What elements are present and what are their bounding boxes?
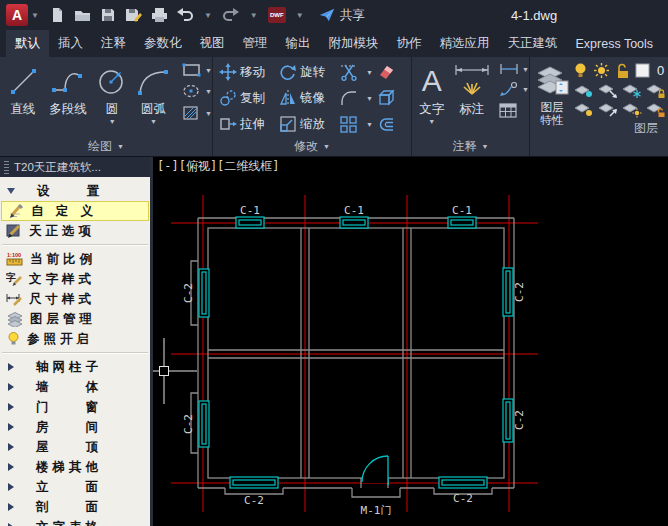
layer-thaw-all-icon[interactable] bbox=[621, 102, 643, 118]
hatch-dropdown-icon[interactable]: ▼ bbox=[205, 110, 212, 117]
mirror-button[interactable]: 镜像 bbox=[300, 90, 337, 107]
tab-tianzheng[interactable]: 天正建筑 bbox=[499, 30, 567, 57]
line-button[interactable]: 直线 bbox=[4, 57, 42, 137]
scale-button[interactable]: 缩放 bbox=[300, 116, 337, 133]
table-button[interactable] bbox=[498, 102, 529, 119]
layer-on-bulb-icon[interactable] bbox=[573, 62, 588, 79]
undo-icon[interactable] bbox=[176, 6, 194, 24]
leader-button[interactable]: ▼ bbox=[498, 81, 529, 97]
redo-caret-icon[interactable]: ▼ bbox=[250, 11, 258, 20]
plot-printer-icon[interactable] bbox=[150, 6, 169, 24]
tab-express-tools[interactable]: Express Tools bbox=[567, 30, 663, 57]
tab-collaborate[interactable]: 协作 bbox=[388, 30, 431, 57]
palette-item-custom[interactable]: 自定义 bbox=[1, 201, 149, 221]
move-icon[interactable] bbox=[219, 63, 237, 81]
tab-manage[interactable]: 管理 bbox=[234, 30, 277, 57]
explode-icon[interactable] bbox=[377, 89, 396, 107]
ellipse-button[interactable]: ▼ bbox=[181, 83, 212, 99]
redo-icon[interactable] bbox=[222, 6, 240, 24]
ellipse-dropdown-icon[interactable]: ▼ bbox=[205, 88, 212, 95]
trim-dropdown-icon[interactable]: ▼ bbox=[366, 69, 375, 76]
polyline-button[interactable]: 多段线 bbox=[44, 57, 93, 137]
palette-section-section[interactable]: 剖面 bbox=[0, 497, 150, 517]
rotate-button[interactable]: 旋转 bbox=[300, 64, 337, 81]
drawing-canvas[interactable]: [-][俯视][二维线框] bbox=[150, 157, 668, 526]
layer-panel-label[interactable]: 图层 bbox=[573, 119, 668, 138]
array-icon[interactable] bbox=[339, 115, 359, 133]
palette-grip-icon[interactable] bbox=[4, 161, 9, 174]
layer-isolate-icon[interactable] bbox=[573, 83, 595, 99]
viewport-controls[interactable]: [-][俯视][二维线框] bbox=[157, 158, 280, 175]
tab-insert[interactable]: 插入 bbox=[49, 30, 92, 57]
arc-dropdown-icon[interactable]: ▼ bbox=[150, 118, 157, 126]
palette-title-bar[interactable]: T20天正建筑软... bbox=[0, 157, 150, 177]
fillet-icon[interactable] bbox=[339, 89, 359, 107]
palette-section-text-table[interactable]: 文字表格 bbox=[0, 517, 150, 526]
text-dropdown-icon[interactable]: ▼ bbox=[428, 118, 435, 126]
layer-match-icon[interactable] bbox=[597, 83, 619, 99]
palette-section-roof[interactable]: 屋顶 bbox=[0, 437, 150, 457]
text-button[interactable]: A 文字 ▼ bbox=[416, 57, 447, 137]
tab-featured-apps[interactable]: 精选应用 bbox=[431, 30, 499, 57]
layer-change-icon[interactable] bbox=[597, 102, 619, 118]
tab-output[interactable]: 输出 bbox=[277, 30, 320, 57]
layer-thaw-sun-icon[interactable] bbox=[593, 62, 610, 79]
modify-panel-label[interactable]: 修改▼ bbox=[213, 137, 411, 156]
stretch-button[interactable]: 拉伸 bbox=[240, 116, 277, 133]
open-folder-icon[interactable] bbox=[73, 6, 92, 24]
tab-parametric[interactable]: 参数化 bbox=[135, 30, 191, 57]
palette-section-elevation[interactable]: 立面 bbox=[0, 477, 150, 497]
dwf-caret-icon[interactable]: ▼ bbox=[296, 11, 304, 20]
fillet-dropdown-icon[interactable]: ▼ bbox=[366, 95, 375, 102]
annotate-panel-label[interactable]: 注释▼ bbox=[412, 137, 529, 156]
circle-button[interactable]: 圆 ▼ bbox=[94, 57, 130, 137]
tab-addins[interactable]: 附加模块 bbox=[320, 30, 388, 57]
erase-icon[interactable] bbox=[377, 63, 396, 81]
save-icon[interactable] bbox=[99, 6, 117, 24]
offset-icon[interactable] bbox=[377, 115, 396, 133]
copy-button[interactable]: 复制 bbox=[240, 90, 277, 107]
layer-lock-icon[interactable] bbox=[645, 83, 667, 99]
layer-freeze-icon[interactable] bbox=[621, 83, 643, 99]
hatch-button[interactable]: ▼ bbox=[181, 104, 212, 122]
layer-on-off-icon[interactable] bbox=[573, 102, 595, 118]
palette-item-current-scale[interactable]: 1:100 当前比例 bbox=[0, 249, 150, 269]
tab-view[interactable]: 视图 bbox=[191, 30, 234, 57]
mirror-icon[interactable] bbox=[279, 89, 297, 107]
floor-plan-svg[interactable]: C-1 C-1 C-1 C-2 C-2 C-2 C-2 C-2 C-2 M-1门 bbox=[153, 157, 668, 526]
move-button[interactable]: 移动 bbox=[240, 64, 277, 81]
palette-item-layer-manage[interactable]: 图层管理 bbox=[0, 309, 150, 329]
save-as-icon[interactable] bbox=[124, 6, 143, 24]
palette-item-tianzheng-options[interactable]: 天正选项 bbox=[0, 221, 150, 241]
current-layer-name[interactable]: 0 bbox=[657, 63, 664, 78]
rectangle-button[interactable]: ▼ bbox=[181, 62, 212, 78]
layer-color-swatch[interactable] bbox=[635, 63, 650, 78]
arc-button[interactable]: 圆弧 ▼ bbox=[132, 57, 175, 137]
palette-section-door-window[interactable]: 门窗 bbox=[0, 397, 150, 417]
rotate-icon[interactable] bbox=[279, 63, 297, 81]
palette-item-text-style[interactable]: 字 文字样式 bbox=[0, 269, 150, 289]
app-menu-caret-icon[interactable]: ▼ bbox=[31, 11, 39, 20]
leader-dropdown-icon[interactable]: ▼ bbox=[522, 86, 529, 93]
copy-icon[interactable] bbox=[219, 89, 237, 107]
trim-scissors-icon[interactable] bbox=[339, 63, 359, 81]
linear-dimension-button[interactable]: ▼ bbox=[498, 62, 529, 76]
tab-annotate[interactable]: 注释 bbox=[92, 30, 135, 57]
palette-section-settings[interactable]: 设置 bbox=[0, 181, 150, 201]
scale-icon[interactable] bbox=[279, 115, 297, 133]
linear-dimension-dropdown-icon[interactable]: ▼ bbox=[522, 66, 529, 73]
tab-home[interactable]: 默认 bbox=[6, 30, 49, 57]
circle-dropdown-icon[interactable]: ▼ bbox=[109, 118, 116, 126]
app-menu-button[interactable]: A bbox=[6, 4, 28, 26]
layer-unlock-icon[interactable] bbox=[615, 62, 630, 79]
array-dropdown-icon[interactable]: ▼ bbox=[366, 121, 375, 128]
draw-panel-label[interactable]: 绘图▼ bbox=[0, 137, 212, 156]
dwf-plot-icon[interactable]: DWF bbox=[268, 7, 286, 23]
layer-properties-button[interactable]: 图层特性 bbox=[534, 57, 570, 156]
palette-section-axis-column[interactable]: 轴网柱子 bbox=[0, 357, 150, 377]
rectangle-dropdown-icon[interactable]: ▼ bbox=[205, 67, 212, 74]
palette-item-xref-on[interactable]: 参照开启 bbox=[0, 329, 150, 349]
dimension-button[interactable]: 标注 bbox=[450, 57, 493, 137]
palette-item-dim-style[interactable]: 尺寸样式 bbox=[0, 289, 150, 309]
palette-section-stair-other[interactable]: 楼梯其他 bbox=[0, 457, 150, 477]
